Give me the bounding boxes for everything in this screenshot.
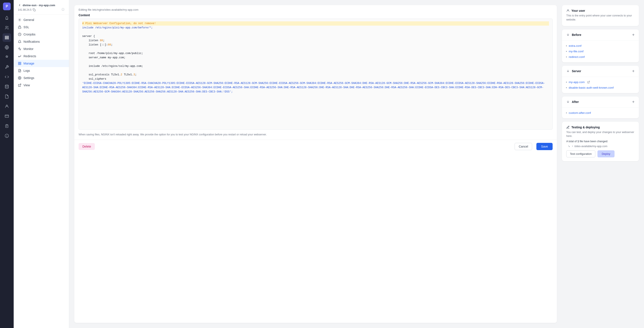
test-configuration-button[interactable]: Test configuration (566, 150, 595, 158)
after-add-button[interactable]: + (632, 100, 635, 104)
notifications-icon (18, 40, 21, 43)
cancel-button[interactable]: Cancel (514, 143, 532, 150)
sidebar-item-redirects[interactable]: Redirects (14, 52, 69, 60)
sidebar-item-cronjobs[interactable]: Cronjobs (14, 31, 69, 38)
after-section-title: After (572, 100, 579, 104)
before-file-redirect[interactable]: redirect.conf (566, 54, 635, 60)
sidebar-item-label: Logs (24, 69, 30, 72)
rocket-icon[interactable] (2, 14, 11, 22)
server-section-header: Server + (562, 66, 639, 77)
svg-rect-2 (5, 37, 9, 38)
sidebar-item-label: Redirects (24, 54, 36, 58)
manage-icon (18, 62, 21, 65)
server-header-left: Server (566, 69, 581, 74)
svg-point-5 (5, 85, 8, 86)
sidebar-app-name: divine-sun · my-app.com (23, 4, 55, 7)
database-icon[interactable] (2, 82, 11, 91)
redirects-icon (18, 54, 21, 58)
sidebar-item-label: SSL (24, 26, 29, 29)
code-editor[interactable]: # Ploi Webserver Configuration, do not r… (78, 18, 552, 130)
deploy-button[interactable]: Deploy (598, 150, 614, 158)
down-arrow-icon (566, 33, 570, 36)
sidebar-item-notifications[interactable]: Notifications (14, 38, 69, 45)
down-arrow-icon (566, 69, 570, 72)
after-header-left: After (566, 100, 579, 104)
after-section: After + custom-after.conf (562, 96, 639, 118)
servers-icon[interactable] (2, 33, 11, 42)
deploy-card: Testing & deploying You can test, and de… (562, 122, 639, 162)
tools-icon[interactable] (2, 63, 11, 71)
pencil-icon (566, 126, 570, 129)
sidebar-item-general[interactable]: General (14, 16, 69, 24)
save-button[interactable]: Save (536, 143, 552, 150)
your-user-title: Your user (572, 9, 585, 12)
svg-point-0 (6, 26, 7, 28)
before-section: Before + extra.conf my-file.conf redirec… (562, 30, 639, 62)
avatar[interactable]: P (3, 2, 11, 10)
copy-icon[interactable] (33, 8, 36, 11)
svg-rect-14 (34, 10, 36, 11)
editor-actions: Delete Cancel Save (74, 140, 557, 153)
sidebar-item-label: Settings (24, 76, 34, 80)
before-file-extra[interactable]: extra.conf (566, 43, 635, 49)
users-icon[interactable] (2, 24, 11, 32)
after-down-button[interactable] (566, 100, 570, 104)
after-section-header: After + (562, 96, 639, 108)
sidebar-item-label: Notifications (24, 40, 40, 43)
deploy-file-path: /sites-available/my-app.com (574, 145, 607, 148)
view-icon (18, 84, 21, 87)
settings-icon (18, 76, 21, 80)
sidebar-item-monitor[interactable]: Monitor (14, 45, 69, 52)
deploy-header: Testing & deploying (566, 126, 634, 129)
file-icon[interactable] (2, 92, 11, 101)
sidebar-item-label: Monitor (24, 47, 34, 50)
deploy-desc: You can test, and deploy your changes to… (566, 130, 634, 138)
plugin-icon[interactable] (2, 53, 11, 62)
server-file-myapp[interactable]: my-app.com (566, 80, 635, 85)
editor-filepath: Editing file /etc/nginx/sites-available/… (74, 5, 557, 11)
server-file-disable[interactable]: disable-basic-auth-well-known.conf (566, 85, 635, 90)
code-icon[interactable] (2, 72, 11, 81)
svg-rect-7 (5, 115, 9, 118)
user-card-icon (566, 9, 570, 12)
sidebar-nav: General SSL Cronjobs Notifications Monit… (14, 14, 69, 328)
deploy-changed-text: A total of 1 file have been changed: (566, 140, 634, 143)
globe-error-icon[interactable] (2, 132, 11, 140)
logs-icon (18, 69, 21, 72)
before-down-button[interactable] (566, 32, 570, 37)
sidebar-item-logs[interactable]: Logs (14, 67, 69, 74)
server-section-title: Server (572, 70, 581, 73)
delete-button[interactable]: Delete (78, 143, 95, 150)
billing-icon[interactable] (2, 112, 11, 120)
svg-rect-21 (18, 64, 20, 65)
server-add-button[interactable]: + (632, 69, 635, 73)
server-down-button[interactable] (566, 69, 570, 74)
icon-bar: P (0, 0, 14, 328)
globe-icon[interactable] (2, 43, 11, 52)
sidebar-item-label: Cronjobs (24, 33, 36, 36)
svg-rect-17 (18, 27, 21, 28)
star-icon[interactable] (61, 8, 65, 12)
sidebar-item-view[interactable]: View (14, 82, 69, 89)
sidebar: divine-sun · my-app.com 141.98.24.5 Gene… (14, 0, 69, 328)
deploy-file-dot: • (572, 145, 573, 148)
svg-line-26 (20, 84, 21, 86)
right-panel: Your user This is the entry point where … (562, 5, 639, 323)
external-link-icon (587, 81, 590, 84)
sidebar-item-label: Manage (24, 62, 34, 65)
svg-rect-19 (18, 62, 20, 63)
before-section-header: Before + (562, 30, 639, 40)
back-arrow-icon (18, 4, 21, 7)
logs-list-icon[interactable] (2, 122, 11, 130)
sidebar-back-link[interactable]: divine-sun · my-app.com (18, 4, 65, 7)
before-add-button[interactable]: + (632, 33, 635, 37)
sidebar-item-settings[interactable]: Settings (14, 74, 69, 82)
before-file-myfile[interactable]: my-file.conf (566, 49, 635, 54)
sidebar-item-manage[interactable]: Manage (14, 60, 69, 67)
after-file-custom[interactable]: custom-after.conf (566, 110, 635, 116)
sidebar-item-ssl[interactable]: SSL (14, 24, 69, 31)
deploy-title: Testing & deploying (572, 126, 600, 129)
server-section-body: my-app.com disable-basic-auth-well-known… (562, 77, 639, 93)
svg-rect-22 (20, 64, 21, 65)
user-icon[interactable] (2, 102, 11, 110)
